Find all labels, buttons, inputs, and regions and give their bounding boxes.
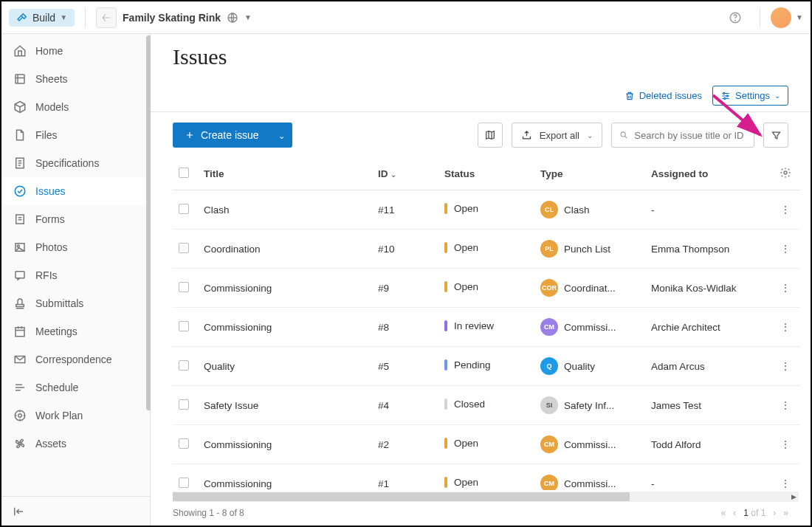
map-view-button[interactable] [478, 123, 503, 148]
cell-title: Clash [198, 190, 372, 230]
help-icon[interactable] [729, 11, 742, 24]
row-checkbox[interactable] [179, 399, 189, 410]
svg-point-2 [735, 20, 736, 21]
row-checkbox[interactable] [179, 438, 189, 449]
sidebar-item-rfis[interactable]: RFIs [1, 261, 150, 289]
cell-status: Open [438, 269, 534, 308]
page-current: 1 [743, 508, 749, 518]
cell-id: #2 [372, 425, 438, 464]
sidebar-item-correspondence[interactable]: Correspondence [1, 345, 150, 373]
row-actions-button[interactable]: ⋮ [771, 347, 800, 386]
svg-point-16 [723, 92, 725, 94]
row-checkbox[interactable] [179, 282, 189, 292]
table-row[interactable]: Commissioning#1OpenCMCommissi...-⋮ [173, 464, 800, 491]
cell-id: #1 [372, 464, 438, 491]
column-status[interactable]: Status [438, 158, 534, 190]
chevron-down-icon: ⌄ [587, 131, 593, 140]
create-issue-dropdown[interactable]: ⌄ [271, 123, 292, 148]
user-menu[interactable]: ▼ [771, 7, 803, 28]
cell-status: Pending [438, 347, 534, 386]
column-title[interactable]: Title [198, 158, 372, 190]
select-all-checkbox[interactable] [179, 168, 189, 178]
column-assigned[interactable]: Assigned to [645, 158, 771, 190]
sidebar-item-photos[interactable]: Photos [1, 233, 150, 261]
settings-label: Settings [735, 90, 770, 101]
workplan-icon [13, 409, 27, 422]
sidebar-item-assets[interactable]: Assets [1, 430, 150, 458]
create-issue-label: Create issue [201, 129, 259, 141]
column-type[interactable]: Type [534, 158, 645, 190]
row-checkbox[interactable] [179, 321, 189, 331]
row-actions-button[interactable]: ⋮ [771, 190, 800, 230]
collapse-sidebar-button[interactable] [1, 496, 150, 526]
row-actions-button[interactable]: ⋮ [771, 269, 800, 308]
project-selector[interactable]: Family Skating Rink ▼ [123, 12, 252, 24]
sidebar-item-label: Assets [35, 438, 66, 450]
pagination: « ‹ 1 of 1 › » [721, 508, 788, 518]
page-first[interactable]: « [721, 508, 726, 518]
sidebar-item-submittals[interactable]: Submittals [1, 289, 150, 317]
row-checkbox[interactable] [179, 204, 189, 214]
filter-button[interactable] [763, 123, 788, 148]
row-checkbox[interactable] [179, 360, 189, 371]
svg-rect-3 [16, 75, 24, 83]
row-checkbox[interactable] [179, 478, 189, 488]
search-field[interactable] [611, 123, 754, 148]
sidebar-item-schedule[interactable]: Schedule [1, 373, 150, 402]
cell-assigned: - [645, 464, 771, 491]
search-input[interactable] [634, 130, 746, 141]
page-prev[interactable]: ‹ [733, 508, 736, 518]
project-name: Family Skating Rink [123, 12, 221, 24]
column-settings-button[interactable] [771, 158, 800, 190]
cell-id: #8 [372, 308, 438, 347]
column-id[interactable]: ID ⌄ [372, 158, 438, 190]
cell-type: CORCoordinat... [534, 269, 645, 308]
sidebar-item-specifications[interactable]: Specifications [1, 149, 150, 177]
sidebar-item-home[interactable]: Home [1, 37, 150, 65]
svg-point-18 [724, 97, 726, 99]
svg-point-5 [15, 186, 25, 196]
cell-type: SISafety Inf... [534, 386, 645, 425]
chevron-down-icon: ⌄ [278, 131, 285, 140]
cell-title: Quality [198, 347, 372, 386]
create-issue-button[interactable]: Create issue [173, 123, 271, 148]
settings-button[interactable]: Settings ⌄ [712, 86, 788, 106]
page-next[interactable]: › [773, 508, 776, 518]
sidebar-item-files[interactable]: Files [1, 121, 150, 149]
svg-point-19 [621, 132, 625, 137]
sidebar-item-sheets[interactable]: Sheets [1, 65, 150, 93]
svg-point-8 [17, 245, 19, 247]
issues-table: Title ID ⌄ Status Type Assigned to Clash… [173, 158, 800, 490]
back-button[interactable] [96, 7, 117, 28]
file-icon [13, 128, 27, 142]
row-actions-button[interactable]: ⋮ [771, 464, 800, 491]
row-actions-button[interactable]: ⋮ [771, 230, 800, 269]
sidebar-item-forms[interactable]: Forms [1, 205, 150, 233]
table-row[interactable]: Commissioning#9OpenCORCoordinat...Monika… [173, 269, 800, 308]
sidebar-item-label: Photos [35, 241, 68, 253]
sidebar-item-work-plan[interactable]: Work Plan [1, 402, 150, 430]
page-last[interactable]: » [783, 508, 788, 518]
sidebar-item-meetings[interactable]: Meetings [1, 317, 150, 345]
row-actions-button[interactable]: ⋮ [771, 308, 800, 347]
horizontal-scrollbar[interactable]: ▶ [173, 492, 799, 502]
row-checkbox[interactable] [179, 243, 189, 253]
sidebar-item-models[interactable]: Models [1, 93, 150, 121]
row-actions-button[interactable]: ⋮ [771, 386, 800, 425]
cell-id: #5 [372, 347, 438, 386]
module-selector[interactable]: Build ▼ [9, 9, 75, 27]
sidebar-item-label: Forms [35, 213, 65, 225]
sidebar-item-issues[interactable]: Issues [1, 177, 150, 205]
table-row[interactable]: Coordination#10OpenPLPunch ListEmma Thom… [173, 230, 800, 269]
table-row[interactable]: Quality#5PendingQQualityAdam Arcus⋮ [173, 347, 800, 386]
table-row[interactable]: Clash#11OpenCLClash-⋮ [173, 190, 800, 230]
svg-rect-10 [16, 305, 24, 307]
table-row[interactable]: Commissioning#2OpenCMCommissi...Todd Alf… [173, 425, 800, 464]
table-row[interactable]: Commissioning#8In reviewCMCommissi...Arc… [173, 308, 800, 347]
export-button[interactable]: Export all ⌄ [512, 123, 602, 148]
sidebar-item-label: Files [35, 129, 58, 141]
deleted-issues-link[interactable]: Deleted issues [625, 90, 702, 101]
row-actions-button[interactable]: ⋮ [771, 425, 800, 464]
table-row[interactable]: Safety Issue#4ClosedSISafety Inf...James… [173, 386, 800, 425]
rfi-icon [13, 269, 27, 282]
